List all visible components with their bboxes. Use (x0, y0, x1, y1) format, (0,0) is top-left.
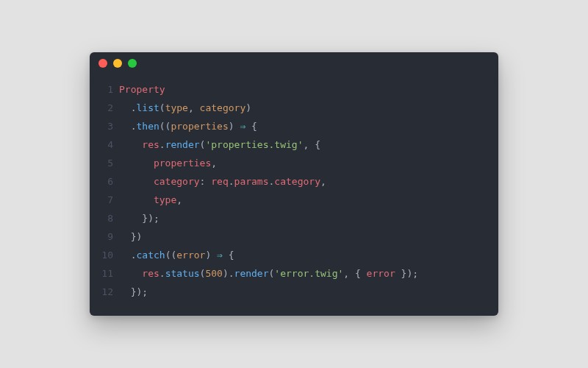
code-token: }); (131, 286, 148, 297)
code-token: Property (119, 84, 165, 95)
code-token: status (165, 268, 200, 279)
line-number: 6 (97, 172, 113, 191)
close-icon[interactable] (98, 59, 107, 68)
line-number: 8 (97, 209, 113, 227)
code-token: { (245, 121, 257, 132)
line-number: 2 (97, 99, 113, 117)
code-line: 7 type, (97, 191, 487, 209)
code-content: properties, (119, 154, 217, 172)
code-line: 11 res.status(500).render('error.twig', … (97, 264, 487, 283)
code-content: .catch((error) ⇒ { (119, 246, 234, 264)
code-line: 10 .catch((error) ⇒ { (97, 246, 487, 264)
code-token: . (159, 139, 165, 150)
code-token: , (176, 194, 182, 205)
code-token: 'properties.twig' (205, 139, 303, 150)
code-token: }); (395, 268, 418, 279)
code-content: type, (119, 191, 182, 209)
minimize-icon[interactable] (113, 59, 122, 68)
code-content: }); (119, 283, 148, 301)
code-token: }) (131, 231, 143, 242)
code-token: { (223, 250, 234, 261)
code-content: .list(type, category) (119, 99, 251, 117)
code-line: 9 }) (97, 227, 487, 246)
line-number: 5 (97, 154, 113, 172)
code-token: ) (205, 250, 217, 261)
code-line: 4 res.render('properties.twig', { (97, 135, 487, 154)
code-line: 5 properties, (97, 154, 487, 172)
code-token: params (234, 176, 269, 187)
code-content: }) (119, 227, 142, 246)
code-token: error (367, 268, 395, 279)
code-content: .then((properties) ⇒ { (119, 117, 257, 135)
line-number: 11 (97, 264, 113, 283)
line-number: 1 (97, 80, 113, 99)
code-window: 1Property2 .list(type, category)3 .then(… (90, 52, 498, 316)
code-token: res (142, 268, 159, 279)
code-token: : (200, 176, 212, 187)
code-token: type (154, 194, 176, 205)
code-token: catch (136, 250, 165, 261)
code-token: res (142, 139, 159, 150)
titlebar (90, 52, 498, 74)
code-token: category (200, 102, 246, 113)
code-token: , { (303, 139, 320, 150)
code-content: res.status(500).render('error.twig', { e… (119, 264, 418, 283)
code-token: (( (159, 121, 171, 132)
code-line: 3 .then((properties) ⇒ { (97, 117, 487, 135)
code-token: ). (223, 268, 234, 279)
code-token: then (136, 121, 159, 132)
code-token: req (211, 176, 228, 187)
code-editor: 1Property2 .list(type, category)3 .then(… (90, 74, 498, 316)
code-token: error (176, 250, 205, 261)
code-token: category (154, 176, 200, 187)
code-token: , (320, 176, 326, 187)
code-token: . (159, 268, 165, 279)
code-token: properties (171, 121, 228, 132)
code-token: ( (159, 102, 165, 113)
code-line: 6 category: req.params.category, (97, 172, 487, 191)
code-token: render (234, 268, 269, 279)
code-token: , { (343, 268, 366, 279)
line-number: 9 (97, 227, 113, 246)
code-content: }); (119, 209, 159, 227)
code-line: 8 }); (97, 209, 487, 227)
line-number: 3 (97, 117, 113, 135)
maximize-icon[interactable] (128, 59, 137, 68)
code-token: ⇒ (217, 250, 223, 261)
code-token: ) (245, 102, 251, 113)
code-line: 12 }); (97, 283, 487, 301)
line-number: 4 (97, 135, 113, 154)
code-token: category (274, 176, 320, 187)
code-line: 1Property (97, 80, 487, 99)
code-content: category: req.params.category, (119, 172, 326, 191)
code-token: 'error.twig' (274, 268, 343, 279)
code-token: ) (229, 121, 240, 132)
code-token: list (136, 102, 159, 113)
line-number: 10 (97, 246, 113, 264)
code-token: type (165, 102, 188, 113)
code-token: , (188, 102, 200, 113)
code-token: render (165, 139, 200, 150)
code-token: properties (154, 158, 211, 169)
line-number: 12 (97, 283, 113, 301)
code-token: (( (165, 250, 177, 261)
code-content: res.render('properties.twig', { (119, 135, 320, 154)
code-token: }); (142, 213, 159, 224)
code-token: . (229, 176, 234, 187)
code-line: 2 .list(type, category) (97, 99, 487, 117)
code-token: 500 (205, 268, 222, 279)
line-number: 7 (97, 191, 113, 209)
code-content: Property (119, 80, 165, 99)
code-token: , (211, 158, 217, 169)
